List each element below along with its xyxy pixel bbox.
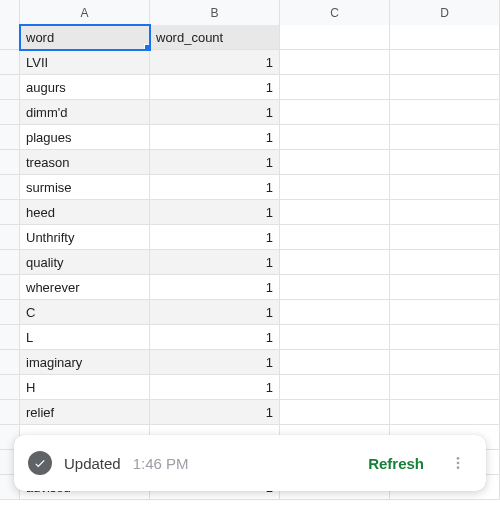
cell-word[interactable]: dimm'd xyxy=(20,100,150,125)
cell-word[interactable]: plagues xyxy=(20,125,150,150)
cell-empty[interactable] xyxy=(280,325,390,350)
row-header[interactable] xyxy=(0,225,20,250)
cell-word[interactable]: heed xyxy=(20,200,150,225)
cell-empty[interactable] xyxy=(390,375,500,400)
row-header[interactable] xyxy=(0,75,20,100)
status-toast: Updated 1:46 PM Refresh xyxy=(14,435,486,491)
cell-empty[interactable] xyxy=(280,150,390,175)
refresh-button[interactable]: Refresh xyxy=(368,455,424,472)
cell-word[interactable]: C xyxy=(20,300,150,325)
column-header-B[interactable]: B xyxy=(150,0,280,26)
cell-empty[interactable] xyxy=(280,350,390,375)
cell-empty[interactable] xyxy=(390,300,500,325)
row-header[interactable] xyxy=(0,125,20,150)
column-header-D[interactable]: D xyxy=(390,0,500,26)
row-header[interactable] xyxy=(0,325,20,350)
spreadsheet-grid[interactable]: A B C D word word_count LVII1augurs1dimm… xyxy=(0,0,500,500)
row-header[interactable] xyxy=(0,350,20,375)
cell-empty[interactable] xyxy=(280,300,390,325)
cell-empty[interactable] xyxy=(390,400,500,425)
cell-word[interactable]: treason xyxy=(20,150,150,175)
cell-empty[interactable] xyxy=(280,225,390,250)
row-header[interactable] xyxy=(0,150,20,175)
toast-time: 1:46 PM xyxy=(133,455,189,472)
cell-count[interactable]: 1 xyxy=(150,325,280,350)
cell-count[interactable]: 1 xyxy=(150,100,280,125)
cell-empty[interactable] xyxy=(390,75,500,100)
row-header[interactable] xyxy=(0,375,20,400)
cell-empty[interactable] xyxy=(390,50,500,75)
cell-empty[interactable] xyxy=(280,200,390,225)
cell-empty[interactable] xyxy=(390,100,500,125)
cell-empty[interactable] xyxy=(280,400,390,425)
cell-empty[interactable] xyxy=(280,100,390,125)
cell-empty[interactable] xyxy=(280,50,390,75)
cell-count[interactable]: 1 xyxy=(150,250,280,275)
cell-count[interactable]: 1 xyxy=(150,200,280,225)
svg-point-1 xyxy=(457,462,460,465)
cell-word[interactable]: wherever xyxy=(20,275,150,300)
row-header[interactable] xyxy=(0,175,20,200)
cell-count[interactable]: 1 xyxy=(150,150,280,175)
cell-empty[interactable] xyxy=(280,75,390,100)
row-header[interactable] xyxy=(0,200,20,225)
cell-word[interactable]: surmise xyxy=(20,175,150,200)
row-header[interactable] xyxy=(0,50,20,75)
toast-status-text: Updated xyxy=(64,455,121,472)
cell-count[interactable]: 1 xyxy=(150,350,280,375)
row-header[interactable] xyxy=(0,275,20,300)
column-header-A[interactable]: A xyxy=(20,0,150,26)
cell-empty[interactable] xyxy=(390,125,500,150)
kebab-icon xyxy=(450,455,466,471)
check-icon xyxy=(28,451,52,475)
cell-empty[interactable] xyxy=(280,125,390,150)
row-header[interactable] xyxy=(0,250,20,275)
cell-empty[interactable] xyxy=(280,250,390,275)
cell-count[interactable]: 1 xyxy=(150,275,280,300)
column-header-C[interactable]: C xyxy=(280,0,390,26)
cell-count[interactable]: 1 xyxy=(150,375,280,400)
row-header[interactable] xyxy=(0,400,20,425)
cell-empty[interactable] xyxy=(390,200,500,225)
cell-count[interactable]: 1 xyxy=(150,175,280,200)
cell-word[interactable]: L xyxy=(20,325,150,350)
cell-word[interactable]: augurs xyxy=(20,75,150,100)
corner-header[interactable] xyxy=(0,0,20,26)
cell-C1[interactable] xyxy=(280,25,390,50)
row-header[interactable] xyxy=(0,25,20,50)
cell-count[interactable]: 1 xyxy=(150,50,280,75)
cell-word[interactable]: imaginary xyxy=(20,350,150,375)
cell-empty[interactable] xyxy=(390,225,500,250)
row-header[interactable] xyxy=(0,300,20,325)
cell-count[interactable]: 1 xyxy=(150,300,280,325)
cell-word[interactable]: quality xyxy=(20,250,150,275)
cell-word[interactable]: LVII xyxy=(20,50,150,75)
row-header[interactable] xyxy=(0,100,20,125)
cell-empty[interactable] xyxy=(390,275,500,300)
svg-point-2 xyxy=(457,466,460,469)
cell-word[interactable]: H xyxy=(20,375,150,400)
cell-empty[interactable] xyxy=(390,150,500,175)
more-menu-button[interactable] xyxy=(444,449,472,477)
cell-empty[interactable] xyxy=(280,175,390,200)
cell-A1[interactable]: word xyxy=(20,25,150,50)
cell-count[interactable]: 1 xyxy=(150,125,280,150)
cell-empty[interactable] xyxy=(280,275,390,300)
cell-empty[interactable] xyxy=(390,325,500,350)
cell-empty[interactable] xyxy=(390,250,500,275)
cell-B1[interactable]: word_count xyxy=(150,25,280,50)
cell-empty[interactable] xyxy=(390,350,500,375)
cell-count[interactable]: 1 xyxy=(150,75,280,100)
cell-count[interactable]: 1 xyxy=(150,225,280,250)
cell-empty[interactable] xyxy=(280,375,390,400)
cell-D1[interactable] xyxy=(390,25,500,50)
cell-word[interactable]: relief xyxy=(20,400,150,425)
cell-word[interactable]: Unthrifty xyxy=(20,225,150,250)
svg-point-0 xyxy=(457,457,460,460)
cell-empty[interactable] xyxy=(390,175,500,200)
cell-count[interactable]: 1 xyxy=(150,400,280,425)
